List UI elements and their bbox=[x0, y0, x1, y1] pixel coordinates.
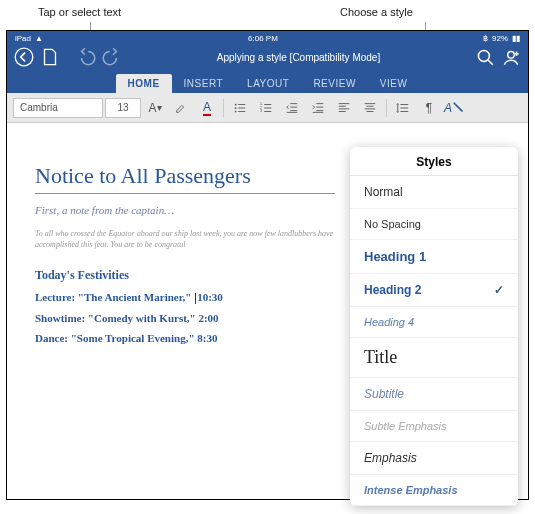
styles-list[interactable]: NormalNo SpacingHeading 1Heading 2✓Headi… bbox=[350, 176, 518, 506]
style-option-heading-4[interactable]: Heading 4 bbox=[350, 307, 518, 338]
style-label: Title bbox=[364, 347, 397, 368]
svg-text:3: 3 bbox=[260, 109, 262, 113]
ribbon-tabs: HOME INSERT LAYOUT REVIEW VIEW bbox=[7, 69, 528, 93]
style-label: Subtitle bbox=[364, 387, 404, 401]
svg-point-4 bbox=[235, 107, 237, 109]
callout-tap-text: Tap or select text bbox=[38, 6, 121, 18]
doc-heading-title[interactable]: Notice to All Passengers bbox=[35, 163, 335, 194]
style-label: No Spacing bbox=[364, 218, 421, 230]
ipad-statusbar: iPad ▲ 6:06 PM ฿ 92% ▮▮ bbox=[7, 31, 528, 45]
style-label: Heading 1 bbox=[364, 249, 426, 264]
numbering-button[interactable]: 123 bbox=[254, 97, 278, 119]
indent-button[interactable] bbox=[306, 97, 330, 119]
tab-view[interactable]: VIEW bbox=[368, 74, 420, 93]
style-label: Emphasis bbox=[364, 451, 417, 465]
popover-title: Styles bbox=[350, 147, 518, 176]
app-frame: iPad ▲ 6:06 PM ฿ 92% ▮▮ Applying a style… bbox=[6, 30, 529, 500]
wifi-icon: ▲ bbox=[35, 34, 43, 43]
font-color-button[interactable]: A bbox=[195, 97, 219, 119]
outdent-button[interactable] bbox=[280, 97, 304, 119]
battery-label: 92% bbox=[492, 34, 508, 43]
style-option-subtle-emphasis[interactable]: Subtle Emphasis bbox=[350, 411, 518, 442]
styles-button[interactable]: A bbox=[443, 97, 467, 119]
svg-point-3 bbox=[235, 103, 237, 105]
bullets-button[interactable] bbox=[228, 97, 252, 119]
clock: 6:06 PM bbox=[248, 34, 278, 43]
style-option-no-spacing[interactable]: No Spacing bbox=[350, 209, 518, 240]
style-option-intense-emphasis[interactable]: Intense Emphasis bbox=[350, 475, 518, 506]
callout-choose-style: Choose a style bbox=[340, 6, 413, 18]
align-center-button[interactable] bbox=[358, 97, 382, 119]
tab-review[interactable]: REVIEW bbox=[301, 74, 367, 93]
checkmark-icon: ✓ bbox=[494, 283, 504, 297]
show-marks-button[interactable]: ¶ bbox=[417, 97, 441, 119]
redo-button[interactable] bbox=[101, 47, 123, 67]
style-label: Subtle Emphasis bbox=[364, 420, 447, 432]
battery-icon: ▮▮ bbox=[512, 34, 520, 43]
style-option-subtitle[interactable]: Subtitle bbox=[350, 378, 518, 411]
style-option-title[interactable]: Title bbox=[350, 338, 518, 378]
undo-button[interactable] bbox=[75, 47, 97, 67]
font-size-select[interactable]: 13 bbox=[105, 98, 141, 118]
style-option-normal[interactable]: Normal bbox=[350, 176, 518, 209]
tab-home[interactable]: HOME bbox=[116, 74, 172, 93]
divider bbox=[223, 99, 224, 117]
align-left-button[interactable] bbox=[332, 97, 356, 119]
highlight-button[interactable] bbox=[169, 97, 193, 119]
document-title: Applying a style [Compatibility Mode] bbox=[127, 52, 470, 63]
style-option-heading-2[interactable]: Heading 2✓ bbox=[350, 274, 518, 307]
font-family-select[interactable]: Cambria bbox=[13, 98, 103, 118]
svg-point-0 bbox=[15, 48, 33, 66]
share-button[interactable] bbox=[500, 47, 522, 67]
device-label: iPad bbox=[15, 34, 31, 43]
tab-insert[interactable]: INSERT bbox=[172, 74, 236, 93]
svg-point-1 bbox=[478, 50, 489, 61]
style-label: Normal bbox=[364, 185, 403, 199]
style-option-heading-1[interactable]: Heading 1 bbox=[350, 240, 518, 274]
ribbon-home: Cambria 13 A▾ A 123 ¶ A bbox=[7, 93, 528, 123]
styles-popover: Styles NormalNo SpacingHeading 1Heading … bbox=[350, 147, 518, 506]
doc-body-paragraph[interactable]: To all who crossed the Equator aboard ou… bbox=[35, 228, 335, 250]
tab-layout[interactable]: LAYOUT bbox=[235, 74, 301, 93]
style-label: Heading 2 bbox=[364, 283, 421, 297]
bluetooth-icon: ฿ bbox=[483, 34, 488, 43]
style-label: Intense Emphasis bbox=[364, 484, 458, 496]
divider bbox=[386, 99, 387, 117]
style-option-emphasis[interactable]: Emphasis bbox=[350, 442, 518, 475]
svg-point-5 bbox=[235, 110, 237, 112]
font-format-button[interactable]: A▾ bbox=[143, 97, 167, 119]
line-spacing-button[interactable] bbox=[391, 97, 415, 119]
svg-point-2 bbox=[508, 52, 515, 59]
titlebar: Applying a style [Compatibility Mode] bbox=[7, 45, 528, 69]
style-label: Heading 4 bbox=[364, 316, 414, 328]
search-button[interactable] bbox=[474, 47, 496, 67]
back-button[interactable] bbox=[13, 47, 35, 67]
file-button[interactable] bbox=[39, 47, 61, 67]
